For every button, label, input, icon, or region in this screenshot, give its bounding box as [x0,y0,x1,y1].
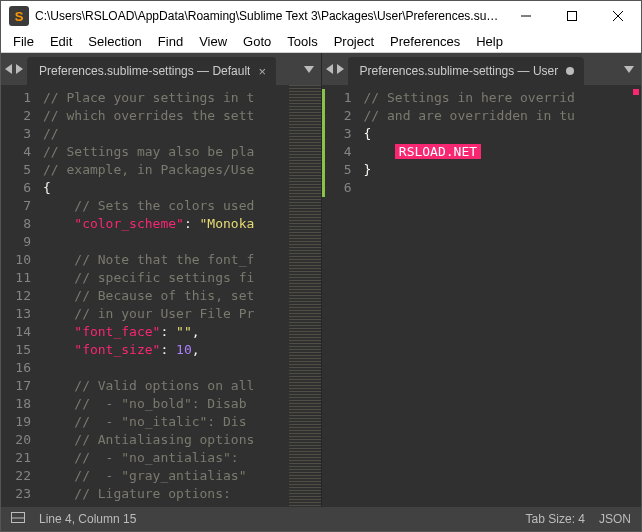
line-number[interactable]: 5 [322,161,352,179]
menu-goto[interactable]: Goto [235,32,279,51]
close-icon[interactable]: × [258,64,266,79]
code-line[interactable]: // Antialiasing options [43,431,289,449]
line-number[interactable]: 22 [4,467,31,485]
line-number[interactable]: 16 [4,359,31,377]
code-left[interactable]: // Place your settings in t// which over… [39,85,289,507]
code-line[interactable]: // Because of this, set [43,287,289,305]
line-number[interactable]: 2 [4,107,31,125]
line-number[interactable]: 1 [4,89,31,107]
panel-switcher-icon[interactable] [11,512,25,526]
code-line[interactable]: // and are overridden in tu [364,107,610,125]
minimap-change-marker [633,89,639,95]
line-number[interactable]: 3 [322,125,352,143]
status-position[interactable]: Line 4, Column 15 [39,512,136,526]
menu-tools[interactable]: Tools [279,32,325,51]
line-number[interactable]: 3 [4,125,31,143]
code-line[interactable]: // Place your settings in t [43,89,289,107]
code-right[interactable]: // Settings in here overrid// and are ov… [360,85,610,507]
code-line[interactable]: // specific settings fi [43,269,289,287]
code-line[interactable]: { [43,179,289,197]
line-number[interactable]: 12 [4,287,31,305]
close-button[interactable] [595,1,641,31]
menu-edit[interactable]: Edit [42,32,80,51]
code-line[interactable]: // [43,125,289,143]
tab-right[interactable]: Preferences.sublime-settings — User [348,57,585,85]
code-line[interactable]: // Sets the colors used [43,197,289,215]
dirty-indicator-icon[interactable] [566,67,574,75]
tab-overflow-right[interactable] [617,53,641,85]
line-number[interactable]: 19 [4,413,31,431]
code-line[interactable]: // in your User File Pr [43,305,289,323]
line-number[interactable]: 20 [4,431,31,449]
tab-history-nav-left[interactable] [1,53,27,85]
code-line[interactable]: { [364,125,610,143]
code-line[interactable]: // - "no_italic": Dis [43,413,289,431]
line-number[interactable]: 9 [4,233,31,251]
code-line[interactable]: // Settings may also be pla [43,143,289,161]
line-number[interactable]: 4 [322,143,352,161]
code-line[interactable]: "color_scheme": "Monoka [43,215,289,233]
line-number[interactable]: 18 [4,395,31,413]
tab-history-nav-right[interactable] [322,53,348,85]
code-line[interactable]: // example, in Packages/Use [43,161,289,179]
tab-left[interactable]: Preferences.sublime-settings — Default × [27,57,276,85]
code-line[interactable]: // Settings in here overrid [364,89,610,107]
code-line[interactable]: "font_face": "", [43,323,289,341]
line-number[interactable]: 6 [4,179,31,197]
gutter-left[interactable]: 1234567891011121314151617181920212223 [1,85,39,507]
menu-find[interactable]: Find [150,32,191,51]
minimap-left[interactable] [289,85,321,507]
minimap-right[interactable] [609,85,641,507]
menu-selection[interactable]: Selection [80,32,149,51]
tab-left-label: Preferences.sublime-settings — Default [39,64,250,78]
status-syntax[interactable]: JSON [599,512,631,526]
line-number[interactable]: 17 [4,377,31,395]
line-number[interactable]: 1 [322,89,352,107]
code-line[interactable]: // which overrides the sett [43,107,289,125]
code-line[interactable]: } [364,161,610,179]
menu-project[interactable]: Project [326,32,382,51]
code-line[interactable] [364,179,610,197]
line-number[interactable]: 11 [4,269,31,287]
code-line[interactable]: // - "no_bold": Disab [43,395,289,413]
code-line[interactable]: // - "no_antialias": [43,449,289,467]
menubar: File Edit Selection Find View Goto Tools… [1,31,641,53]
line-number[interactable]: 4 [4,143,31,161]
editor-right[interactable]: 123456 // Settings in here overrid// and… [322,85,642,507]
tab-overflow-left[interactable] [297,53,321,85]
work-area: Preferences.sublime-settings — Default ×… [1,53,641,507]
code-line[interactable]: // Note that the font_f [43,251,289,269]
code-line[interactable]: // Valid options on all [43,377,289,395]
line-number[interactable]: 14 [4,323,31,341]
line-number[interactable]: 5 [4,161,31,179]
menu-help[interactable]: Help [468,32,511,51]
code-line[interactable] [43,359,289,377]
line-number[interactable]: 13 [4,305,31,323]
chevron-left-icon [5,64,12,74]
status-tabsize[interactable]: Tab Size: 4 [526,512,585,526]
editor-left[interactable]: 1234567891011121314151617181920212223 //… [1,85,322,507]
line-number[interactable]: 6 [322,179,352,197]
maximize-button[interactable] [549,1,595,31]
line-number[interactable]: 8 [4,215,31,233]
code-line[interactable]: "font_size": 10, [43,341,289,359]
titlebar[interactable]: S C:\Users\RSLOAD\AppData\Roaming\Sublim… [1,1,641,31]
menu-preferences[interactable]: Preferences [382,32,468,51]
code-line[interactable]: // - "gray_antialias" [43,467,289,485]
code-line[interactable]: RSLOAD.NET [364,143,610,161]
line-number[interactable]: 2 [322,107,352,125]
menu-view[interactable]: View [191,32,235,51]
line-number[interactable]: 7 [4,197,31,215]
chevron-left-icon [326,64,333,74]
line-number[interactable]: 10 [4,251,31,269]
menu-file[interactable]: File [5,32,42,51]
line-number[interactable]: 21 [4,449,31,467]
minimize-button[interactable] [503,1,549,31]
tab-right-label: Preferences.sublime-settings — User [360,64,559,78]
code-line[interactable] [43,233,289,251]
code-line[interactable]: // Ligature options: [43,485,289,503]
statusbar: Line 4, Column 15 Tab Size: 4 JSON [1,507,641,531]
line-number[interactable]: 23 [4,485,31,503]
line-number[interactable]: 15 [4,341,31,359]
gutter-right[interactable]: 123456 [322,85,360,507]
